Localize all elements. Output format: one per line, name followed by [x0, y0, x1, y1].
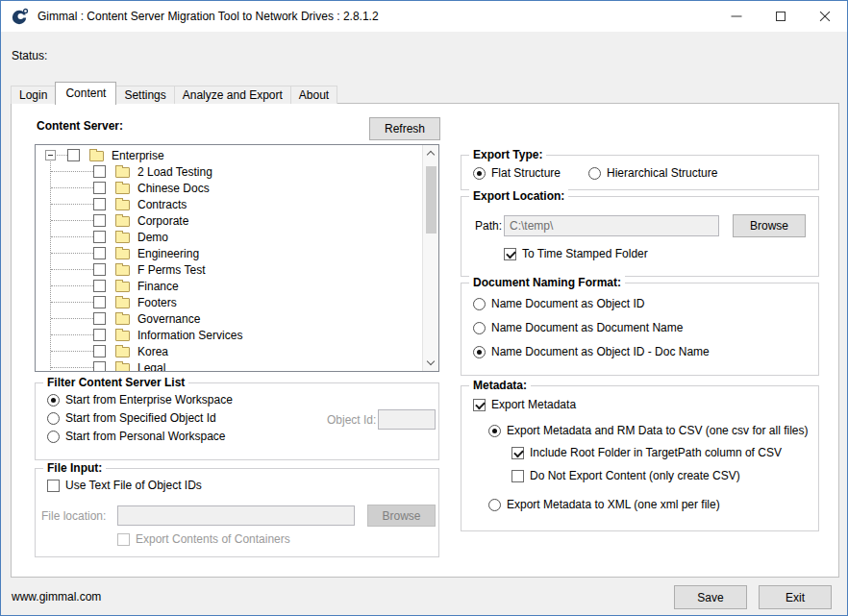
radio-start-specified-object-id[interactable]: Start from Specified Object Id — [47, 411, 216, 425]
tab-login[interactable]: Login — [11, 86, 56, 104]
radio-icon[interactable] — [47, 412, 60, 425]
file-input-group: File Input: Use Text File of Object IDs … — [35, 468, 439, 557]
tree-item-checkbox[interactable] — [93, 263, 106, 276]
scroll-down-icon[interactable] — [423, 355, 439, 371]
tree-item-label[interactable]: Finance — [137, 280, 179, 293]
scroll-up-icon[interactable] — [423, 145, 439, 161]
tree-item-label[interactable]: Information Services — [137, 329, 242, 342]
tree-item-checkbox[interactable] — [93, 165, 106, 178]
tree-item-label[interactable]: Enterprise — [112, 149, 164, 162]
radio-start-personal[interactable]: Start from Personal Workspace — [47, 430, 226, 443]
radio-icon[interactable] — [488, 425, 501, 437]
tree-item-checkbox[interactable] — [93, 182, 106, 194]
refresh-button[interactable]: Refresh — [369, 117, 440, 140]
checkbox-export-metadata[interactable]: Export Metadata — [473, 398, 576, 411]
radio-export-xml[interactable]: Export Metadata to XML (one xml per file… — [488, 498, 720, 511]
tree-item-checkbox[interactable] — [93, 345, 106, 357]
tree-item-label[interactable]: Corporate — [137, 214, 188, 228]
radio-flat-structure[interactable]: Flat Structure — [473, 166, 561, 180]
scrollbar-thumb[interactable] — [426, 166, 436, 234]
file-location-input — [117, 505, 355, 526]
checkbox-time-stamped-folder[interactable]: To Time Stamped Folder — [504, 247, 648, 260]
tree-item[interactable]: Governance — [36, 310, 422, 327]
radio-icon[interactable] — [47, 431, 60, 443]
content-server-tree[interactable]: Enterprise 2 Load Testing Chinese Docs C… — [35, 144, 439, 372]
gimmal-logo-icon — [11, 7, 30, 26]
tree-item-label[interactable]: Contracts — [137, 198, 187, 211]
tree-item-label[interactable]: Chinese Docs — [137, 182, 210, 195]
maximize-button[interactable] — [759, 1, 803, 32]
radio-hierarchical-structure[interactable]: Hierarchical Structure — [588, 166, 717, 180]
file-input-group-title: File Input: — [43, 461, 106, 475]
radio-name-object-id-doc-name[interactable]: Name Document as Object ID - Doc Name — [473, 345, 710, 358]
radio-name-object-id[interactable]: Name Document as Object ID — [473, 297, 644, 310]
radio-name-document-name[interactable]: Name Document as Document Name — [473, 321, 683, 334]
checkbox-do-not-export-content[interactable]: Do Not Export Content (only create CSV) — [511, 469, 740, 482]
tab-settings[interactable]: Settings — [115, 86, 174, 104]
tree-item-checkbox[interactable] — [93, 214, 106, 227]
radio-start-enterprise[interactable]: Start from Enterprise Workspace — [47, 393, 233, 407]
tab-content[interactable]: Content — [55, 82, 116, 105]
checkbox-icon[interactable] — [47, 480, 60, 492]
tree-item-checkbox[interactable] — [67, 149, 80, 161]
tree-item-label[interactable]: Legal — [137, 361, 165, 371]
doc-naming-group-title: Document Naming Format: — [469, 276, 625, 289]
tree-item-label[interactable]: Engineering — [137, 247, 199, 260]
tree-item[interactable]: Korea — [36, 343, 422, 359]
tree-item[interactable]: Footers — [36, 294, 422, 310]
checkbox-use-text-file[interactable]: Use Text File of Object IDs — [47, 479, 202, 492]
checkbox-export-contents-containers: Export Contents of Containers — [117, 532, 290, 546]
tree-item[interactable]: Chinese Docs — [36, 180, 422, 196]
tree-item-label[interactable]: F Perms Test — [137, 263, 205, 277]
tree-item[interactable]: Demo — [36, 229, 422, 245]
tree-item-checkbox[interactable] — [93, 312, 106, 325]
tab-about[interactable]: About — [290, 86, 337, 104]
tree-item-checkbox[interactable] — [93, 280, 106, 292]
checkbox-include-root-folder[interactable]: Include Root Folder in TargetPath column… — [511, 446, 782, 459]
tree-item-label[interactable]: Footers — [137, 296, 177, 309]
tree-item-label[interactable]: Korea — [137, 345, 168, 358]
radio-icon[interactable] — [588, 167, 601, 180]
tree-item-checkbox[interactable] — [93, 329, 106, 341]
minimize-button[interactable] — [714, 1, 759, 32]
checkbox-icon — [117, 533, 130, 546]
tree-item[interactable]: Enterprise — [36, 147, 422, 163]
tree-item-checkbox[interactable] — [93, 247, 106, 259]
radio-icon[interactable] — [473, 167, 486, 180]
tree-item-checkbox[interactable] — [93, 361, 106, 371]
tree-item-checkbox[interactable] — [93, 198, 106, 210]
tree-item[interactable]: Engineering — [36, 245, 422, 261]
tree-item[interactable]: 2 Load Testing — [36, 163, 422, 180]
tree-item[interactable]: Contracts — [36, 196, 422, 212]
tree-item[interactable]: F Perms Test — [36, 261, 422, 278]
radio-export-csv[interactable]: Export Metadata and RM Data to CSV (one … — [488, 424, 808, 437]
radio-icon[interactable] — [473, 298, 486, 310]
tree-item[interactable]: Information Services — [36, 327, 422, 343]
radio-icon[interactable] — [488, 499, 501, 511]
exit-button[interactable]: Exit — [759, 585, 832, 609]
tree-item-checkbox[interactable] — [93, 231, 106, 243]
path-browse-button[interactable]: Browse — [733, 214, 806, 237]
tree-scrollbar[interactable] — [422, 145, 438, 371]
collapse-icon[interactable] — [45, 150, 56, 160]
tree-item-label[interactable]: 2 Load Testing — [137, 165, 212, 179]
radio-icon[interactable] — [473, 346, 486, 358]
tree-item[interactable]: Finance — [36, 278, 422, 294]
radio-icon[interactable] — [47, 394, 60, 407]
folder-icon — [115, 184, 130, 194]
save-button[interactable]: Save — [674, 585, 747, 609]
checkbox-icon[interactable] — [504, 248, 516, 260]
radio-icon[interactable] — [473, 322, 486, 334]
tab-analyze-and-export[interactable]: Analyze and Export — [174, 86, 291, 104]
checkbox-icon[interactable] — [511, 470, 524, 482]
checkbox-icon[interactable] — [511, 447, 524, 459]
checkbox-icon[interactable] — [473, 399, 486, 411]
export-location-group: Export Location: Path: C:\temp\ Browse T… — [461, 196, 819, 277]
tree-item[interactable]: Corporate — [36, 212, 422, 229]
tree-item-checkbox[interactable] — [93, 296, 106, 308]
tree-item-label[interactable]: Demo — [137, 231, 168, 244]
tree-item[interactable]: Legal — [36, 359, 422, 371]
folder-icon — [89, 151, 104, 161]
close-button[interactable] — [803, 1, 847, 32]
tree-item-label[interactable]: Governance — [137, 312, 200, 326]
